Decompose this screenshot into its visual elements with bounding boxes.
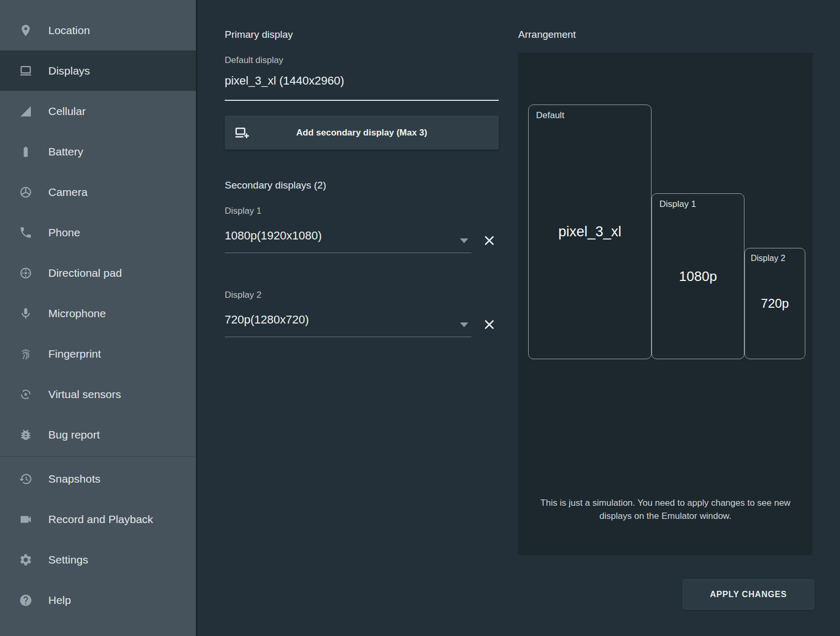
help-icon: [19, 593, 33, 607]
sidebar-item-label: Bug report: [48, 429, 100, 441]
display-1-value: 1080p(1920x1080): [225, 229, 322, 243]
arrangement-box-default-name: pixel_3_xl: [558, 224, 621, 240]
virtual-sensors-icon: [19, 388, 33, 401]
sidebar-item-battery[interactable]: Battery: [0, 131, 196, 172]
snapshots-icon: [19, 472, 33, 486]
arrangement-box-display-1[interactable]: Display 1 1080p: [652, 193, 744, 359]
bug-icon: [19, 428, 33, 442]
arrangement-box-display-1-name: 1080p: [679, 268, 717, 285]
simulation-note: This is just a simulation. You need to a…: [540, 496, 792, 523]
sidebar-item-label: Location: [48, 24, 90, 37]
sidebar-item-microphone[interactable]: Microphone: [0, 293, 196, 333]
location-icon: [19, 24, 33, 37]
sidebar-item-label: Directional pad: [48, 267, 122, 279]
sidebar-item-label: Virtual sensors: [48, 388, 121, 401]
sidebar-item-bug-report[interactable]: Bug report: [0, 414, 196, 455]
displays-panel: Primary display Default display pixel_3_…: [199, 0, 840, 636]
fingerprint-icon: [19, 347, 33, 361]
arrangement-box-display-2-label: Display 2: [751, 254, 785, 263]
chevron-down-icon[interactable]: [460, 322, 468, 327]
sidebar-item-camera[interactable]: Camera: [0, 172, 196, 212]
sidebar-item-help[interactable]: Help: [0, 580, 196, 620]
sidebar-item-label: Snapshots: [48, 473, 100, 485]
default-display-value: pixel_3_xl (1440x2960): [225, 74, 344, 88]
arrangement-box-display-2-name: 720p: [761, 296, 789, 311]
primary-display-heading: Primary display: [225, 29, 293, 40]
camera-icon: [19, 185, 33, 199]
sidebar-item-label: Record and Playback: [48, 513, 153, 526]
arrangement-box-default[interactable]: Default pixel_3_xl: [528, 105, 652, 359]
cellular-icon: [19, 105, 33, 118]
sidebar-item-displays[interactable]: Displays: [0, 50, 196, 91]
sidebar-item-label: Fingerprint: [48, 348, 101, 360]
chevron-down-icon[interactable]: [460, 238, 468, 243]
apply-changes-button[interactable]: APPLY CHANGES: [682, 579, 814, 610]
dpad-icon: [19, 266, 33, 280]
display-2-value: 720p(1280x720): [225, 313, 309, 327]
default-display-underline: [225, 100, 499, 101]
display-1-label: Display 1: [225, 206, 261, 216]
sidebar-item-label: Displays: [48, 65, 90, 77]
add-secondary-display-button[interactable]: Add secondary display (Max 3): [225, 116, 499, 150]
add-display-icon: [234, 125, 250, 141]
sidebar-item-label: Cellular: [48, 105, 86, 118]
add-secondary-display-label: Add secondary display (Max 3): [296, 128, 427, 138]
remove-display-2-button[interactable]: [482, 317, 498, 332]
sidebar-item-directional-pad[interactable]: Directional pad: [0, 253, 196, 293]
microphone-icon: [19, 307, 33, 320]
sidebar-item-label: Settings: [48, 554, 88, 566]
sidebar-item-virtual-sensors[interactable]: Virtual sensors: [0, 374, 196, 414]
secondary-displays-heading: Secondary displays (2): [225, 180, 326, 191]
sidebar-item-snapshots[interactable]: Snapshots: [0, 458, 196, 499]
displays-icon: [19, 64, 33, 78]
sidebar-item-location[interactable]: Location: [0, 10, 196, 50]
extended-controls-window: Location Displays Cellular Battery Camer: [0, 0, 840, 636]
remove-display-1-button[interactable]: [482, 233, 498, 248]
sidebar-item-settings[interactable]: Settings: [0, 539, 196, 580]
arrangement-box-display-1-label: Display 1: [659, 199, 696, 210]
sidebar-item-fingerprint[interactable]: Fingerprint: [0, 333, 196, 374]
sidebar-divider: [0, 456, 196, 457]
arrangement-box-default-label: Default: [536, 110, 564, 121]
default-display-label: Default display: [225, 55, 284, 66]
arrangement-heading: Arrangement: [518, 29, 576, 40]
record-icon: [19, 513, 33, 526]
gear-icon: [19, 553, 33, 567]
sidebar-item-phone[interactable]: Phone: [0, 212, 196, 253]
display-2-select[interactable]: 720p(1280x720): [225, 311, 471, 337]
sidebar-item-label: Help: [48, 594, 71, 607]
sidebar-item-cellular[interactable]: Cellular: [0, 91, 196, 131]
sidebar-item-label: Phone: [48, 226, 80, 239]
sidebar-item-label: Microphone: [48, 307, 106, 320]
phone-icon: [19, 226, 33, 239]
sidebar-item-label: Battery: [48, 145, 83, 158]
sidebar: Location Displays Cellular Battery Camer: [0, 0, 197, 636]
battery-icon: [19, 145, 33, 159]
arrangement-box-display-2[interactable]: Display 2 720p: [744, 248, 805, 359]
display-2-label: Display 2: [225, 290, 261, 300]
arrangement-panel: Default pixel_3_xl Display 1 1080p Displ…: [518, 53, 813, 555]
sidebar-item-label: Camera: [48, 186, 88, 199]
sidebar-item-record-and-playback[interactable]: Record and Playback: [0, 499, 196, 539]
display-1-select[interactable]: 1080p(1920x1080): [225, 227, 471, 253]
